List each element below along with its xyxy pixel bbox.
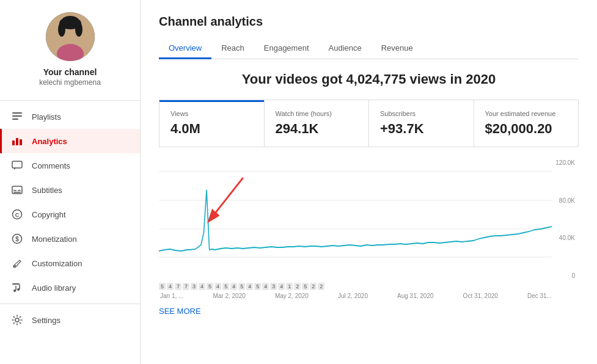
- pill-1: 5: [159, 283, 166, 290]
- metric-views[interactable]: Views 4.0M: [159, 100, 265, 147]
- pill-15: 3: [270, 283, 277, 290]
- pill-6: 4: [199, 283, 205, 290]
- sidebar-item-customization[interactable]: Customization: [0, 251, 140, 275]
- pill-13: 5: [254, 283, 261, 290]
- x-label-aug: Aug 31, 2020: [397, 293, 434, 299]
- pill-10: 4: [230, 283, 237, 290]
- svg-rect-9: [12, 118, 18, 120]
- svg-point-26: [15, 318, 19, 322]
- see-more-button[interactable]: SEE MORE: [159, 307, 201, 316]
- pill-21: 2: [318, 283, 324, 290]
- pill-17: 1: [286, 283, 293, 290]
- y-axis: 120.0K 80.0K 40.0K 0: [552, 159, 579, 282]
- tab-engagement[interactable]: Engagement: [254, 38, 319, 59]
- svg-rect-13: [12, 161, 22, 168]
- svg-rect-12: [20, 139, 22, 145]
- main-content: Channel analytics Overview Reach Engagem…: [141, 0, 597, 364]
- pill-5: 3: [191, 283, 197, 290]
- metric-revenue-label: Your estimated revenue: [485, 110, 568, 117]
- svg-point-24: [13, 289, 16, 292]
- x-label-oct: Oct 31, 2020: [463, 293, 498, 299]
- metric-views-value: 4.0M: [170, 121, 253, 137]
- tab-audience[interactable]: Audience: [319, 38, 372, 59]
- metric-watch-time-value: 294.1K: [276, 121, 358, 137]
- sidebar-item-analytics[interactable]: Analytics: [0, 129, 140, 153]
- sidebar-label-settings: Settings: [32, 316, 60, 325]
- chart-wrapper: 120.0K 80.0K 40.0K 0: [159, 159, 579, 282]
- brush-icon: [11, 257, 23, 269]
- channel-name: Your channel: [43, 67, 97, 77]
- sidebar-label-monetization: Monetization: [32, 235, 77, 244]
- metric-revenue-value: $20,000.20: [485, 121, 568, 137]
- metric-watch-time-label: Watch time (hours): [276, 110, 358, 117]
- svg-text:$: $: [15, 236, 19, 242]
- x-label-jan: Jan 1, ...: [160, 293, 183, 299]
- page-title: Channel analytics: [159, 15, 579, 29]
- pill-12: 4: [246, 283, 253, 290]
- dollar-icon: $: [11, 233, 23, 245]
- sidebar-item-settings[interactable]: Settings: [0, 308, 140, 332]
- sidebar-label-analytics: Analytics: [32, 137, 67, 146]
- avatar: [46, 12, 95, 61]
- tabs-nav: Overview Reach Engagement Audience Reven…: [159, 38, 579, 59]
- bar-chart-icon: [11, 135, 23, 147]
- pill-11: 5: [238, 283, 245, 290]
- sidebar-label-comments: Comments: [32, 161, 70, 170]
- sidebar-item-audio-library[interactable]: Audio library: [0, 275, 140, 300]
- channel-handle: kelechi mgbemena: [39, 78, 101, 87]
- pill-4: 7: [183, 283, 189, 290]
- pill-3: 7: [175, 283, 181, 290]
- sidebar-item-copyright[interactable]: C Copyright: [0, 202, 140, 227]
- x-label-jul: Jul 2, 2020: [338, 293, 368, 299]
- metric-subscribers-value: +93.7K: [380, 121, 463, 137]
- svg-point-25: [17, 288, 20, 291]
- sidebar-label-customization: Customization: [32, 259, 82, 268]
- pill-18: 2: [294, 283, 301, 290]
- svg-text:C: C: [15, 212, 20, 218]
- svg-rect-16: [18, 190, 21, 191]
- y-label-40k: 40.0K: [555, 235, 575, 241]
- x-axis: Jan 1, ... Mar 2, 2020 May 2, 2020 Jul 2…: [159, 293, 579, 299]
- metric-subscribers-label: Subscribers: [380, 110, 463, 117]
- sidebar-item-playlists[interactable]: Playlists: [0, 104, 140, 129]
- subtitles-icon: [11, 184, 23, 196]
- y-label-80k: 80.0K: [555, 197, 575, 204]
- tab-overview[interactable]: Overview: [159, 38, 211, 59]
- pill-20: 2: [310, 283, 317, 290]
- svg-rect-15: [13, 190, 16, 191]
- chart-container: 120.0K 80.0K 40.0K 0 5 4 7 7 3 4 5 4 5 4…: [159, 159, 579, 299]
- gear-icon: [11, 314, 23, 326]
- svg-rect-23: [12, 283, 20, 285]
- sidebar: Your channel kelechi mgbemena Playlists …: [0, 0, 141, 364]
- pill-2: 4: [167, 283, 174, 290]
- stats-headline: Your videos got 4,024,775 views in 2020: [159, 71, 579, 87]
- svg-rect-8: [12, 115, 22, 117]
- pill-14: 4: [262, 283, 269, 290]
- list-icon: [11, 111, 23, 123]
- pill-8: 4: [214, 283, 221, 290]
- pill-7: 5: [207, 283, 213, 290]
- sidebar-divider-2: [0, 304, 140, 304]
- sidebar-label-audio-library: Audio library: [32, 283, 76, 293]
- sidebar-label-playlists: Playlists: [32, 112, 61, 122]
- chart-area: [159, 159, 552, 282]
- svg-rect-11: [16, 138, 18, 145]
- x-label-dec: Dec 31...: [527, 293, 552, 299]
- data-pills: 5 4 7 7 3 4 5 4 5 4 5 4 5 4 3 4 1 2 5 2 …: [159, 283, 552, 290]
- copyright-icon: C: [11, 208, 23, 220]
- pill-9: 5: [222, 283, 229, 290]
- sidebar-item-subtitles[interactable]: Subtitles: [0, 178, 140, 202]
- sidebar-item-comments[interactable]: Comments: [0, 153, 140, 178]
- metric-revenue[interactable]: Your estimated revenue $20,000.20: [474, 100, 579, 147]
- metric-watch-time[interactable]: Watch time (hours) 294.1K: [265, 100, 370, 147]
- metric-subscribers[interactable]: Subscribers +93.7K: [369, 100, 474, 147]
- sidebar-label-subtitles: Subtitles: [32, 186, 62, 195]
- x-label-may: May 2, 2020: [275, 293, 309, 299]
- sidebar-item-monetization[interactable]: $ Monetization: [0, 227, 140, 251]
- sidebar-divider: [0, 100, 140, 101]
- svg-rect-7: [12, 112, 22, 114]
- svg-rect-10: [12, 140, 15, 145]
- tab-revenue[interactable]: Revenue: [372, 38, 423, 59]
- svg-rect-17: [13, 192, 21, 193]
- tab-reach[interactable]: Reach: [211, 38, 254, 59]
